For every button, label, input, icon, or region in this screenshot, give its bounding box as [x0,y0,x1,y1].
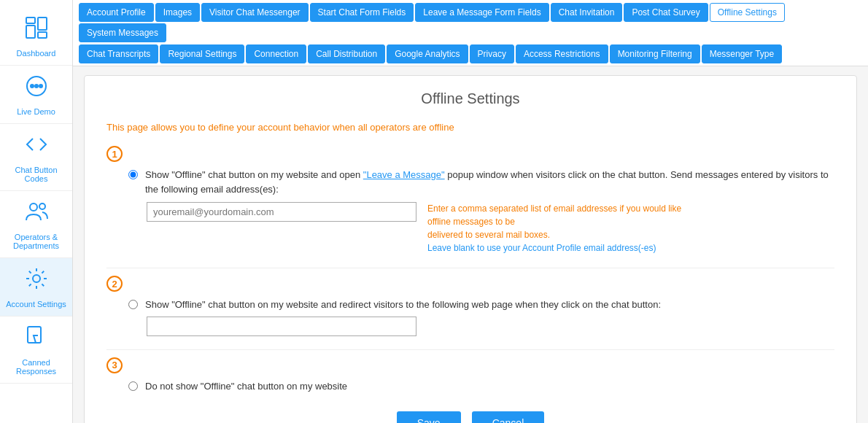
cancel-button[interactable]: Cancel [472,411,545,423]
svg-point-7 [39,85,42,88]
svg-rect-2 [38,18,47,30]
svg-point-6 [35,85,38,88]
url-input-row [106,312,834,336]
tab-system-messages[interactable]: System Messages [79,23,166,42]
leave-message-link[interactable]: "Leave a Message" [363,169,445,180]
tab-privacy[interactable]: Privacy [470,44,514,63]
option-3-text: Do not show "Offline" chat button on my … [145,379,347,394]
tab-call-distribution[interactable]: Call Distribution [308,44,385,63]
email-input[interactable] [147,202,416,222]
svg-point-8 [30,203,37,211]
email-hint-line2: delivered to several mail boxes. [427,230,550,240]
svg-rect-3 [38,32,47,38]
tab-leave-message-form-fields[interactable]: Leave a Message Form Fields [415,3,549,22]
option-3-badge: 3 [106,357,123,373]
sidebar-item-canned-responses[interactable]: Canned Responses [0,317,72,384]
tab-regional-settings[interactable]: Regional Settings [160,44,244,63]
divider-1 [106,268,834,268]
tab-post-chat-survey[interactable]: Post Chat Survey [624,3,708,22]
svg-point-10 [33,275,40,282]
sidebar-item-chat-codes-label: Chat Button Codes [4,166,69,183]
option-3-row: Do not show "Offline" chat button on my … [128,379,834,394]
option-3-header: 3 [106,357,834,373]
email-hint-line1: Enter a comma separated list of email ad… [427,203,681,227]
option-3-section: 3 Do not show "Offline" chat button on m… [106,357,834,394]
email-row: Enter a comma separated list of email ad… [147,202,834,255]
tabs-row-1: Account Profile Images Visitor Chat Mess… [79,3,862,42]
option-1-text: Show "Offline" chat button on my website… [145,168,834,196]
tab-start-chat-form-fields[interactable]: Start Chat Form Fields [310,3,414,22]
settings-card: Offline Settings This page allows you to… [84,75,857,423]
option-3-radio[interactable] [128,381,138,391]
svg-point-5 [31,85,34,88]
sidebar-item-dashboard-label: Dashboard [17,49,56,58]
tab-chat-invitation[interactable]: Chat Invitation [551,3,623,22]
tab-chat-transcripts[interactable]: Chat Transcripts [79,44,158,63]
tab-offline-settings[interactable]: Offline Settings [710,3,785,22]
save-button[interactable]: Save [397,411,461,423]
svg-rect-1 [26,26,35,38]
tab-images[interactable]: Images [155,3,200,22]
tab-google-analytics[interactable]: Google Analytics [387,44,468,63]
tab-account-profile[interactable]: Account Profile [79,3,154,22]
sidebar-item-canned-responses-label: Canned Responses [4,358,69,376]
page-title: Offline Settings [106,90,834,107]
sidebar-item-live-demo-label: Live Demo [17,107,55,116]
tab-access-restrictions[interactable]: Access Restrictions [516,44,608,63]
chat-icon [23,73,50,104]
lightning-icon [23,324,50,355]
info-text: This page allows you to define your acco… [106,122,834,133]
tab-monitoring-filtering[interactable]: Monitoring Filtering [610,44,700,63]
sidebar-item-live-demo[interactable]: Live Demo [0,66,72,124]
code-icon [23,131,50,163]
sidebar-item-operators[interactable]: Operators & Departments [0,191,72,258]
gear-icon [23,265,50,297]
sidebar-item-account-settings[interactable]: Account Settings [0,258,72,317]
operators-icon [23,198,50,230]
option-2-radio[interactable] [128,300,138,309]
option-2-badge: 2 [106,276,123,292]
sidebar-item-operators-label: Operators & Departments [4,233,69,250]
sidebar-item-dashboard[interactable]: Dashboard [0,7,72,66]
sidebar-item-chat-button-codes[interactable]: Chat Button Codes [0,124,72,191]
option-1-section: 1 Show "Offline" chat button on my websi… [106,146,834,255]
tabs-container: Account Profile Images Visitor Chat Mess… [73,0,868,66]
option-1-radio[interactable] [128,170,138,179]
tab-messenger-type[interactable]: Messenger Type [702,44,783,63]
redirect-url-input[interactable] [147,317,416,336]
main-area: Account Profile Images Visitor Chat Mess… [73,0,868,423]
option-2-row: Show "Offline" chat button on my website… [128,298,834,312]
content-area: Offline Settings This page allows you to… [73,66,868,423]
option-1-badge: 1 [106,146,123,162]
svg-rect-0 [26,18,35,23]
email-hint: Enter a comma separated list of email ad… [427,202,705,255]
dashboard-icon [23,15,50,46]
option-1-header: 1 [106,146,834,162]
sidebar: Dashboard Live Demo Chat Button Codes [0,0,73,423]
tabs-row-2: Chat Transcripts Regional Settings Conne… [79,44,862,63]
tab-visitor-chat-messenger[interactable]: Visitor Chat Messenger [201,3,309,22]
option-2-section: 2 Show "Offline" chat button on my websi… [106,276,834,336]
button-row: Save Cancel [106,411,834,423]
option-2-text: Show "Offline" chat button on my website… [145,298,661,312]
svg-point-9 [39,203,45,209]
divider-2 [106,349,834,350]
tab-connection[interactable]: Connection [246,44,306,63]
email-hint-line3: Leave blank to use your Account Profile … [427,243,656,253]
option-1-row: Show "Offline" chat button on my website… [128,168,834,196]
option-2-header: 2 [106,276,834,292]
sidebar-item-account-settings-label: Account Settings [6,300,66,308]
